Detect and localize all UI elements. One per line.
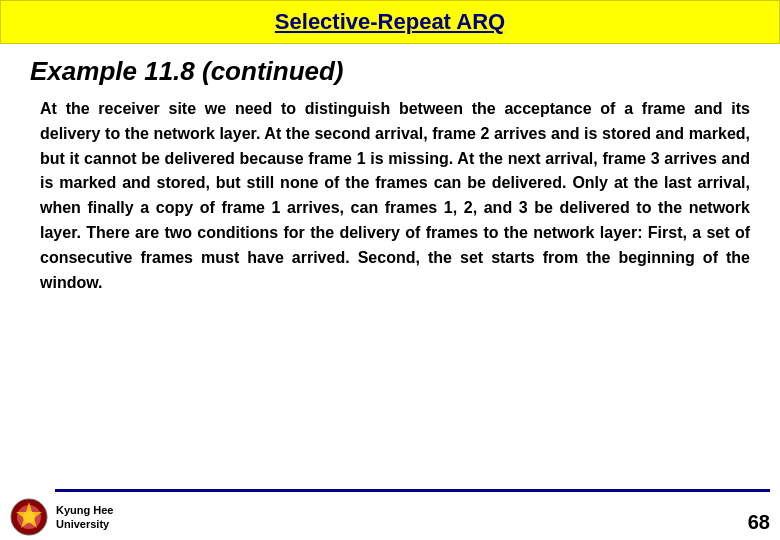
footer-line <box>55 489 770 492</box>
content-area: Example 11.8 (continued) At the receiver… <box>0 56 780 295</box>
slide-title: Selective-Repeat ARQ <box>275 9 505 34</box>
title-bar: Selective-Repeat ARQ <box>0 0 780 44</box>
page-number: 68 <box>748 511 770 536</box>
body-text: At the receiver site we need to distingu… <box>40 97 750 295</box>
footer: Kyung Hee University 68 <box>0 494 780 540</box>
university-name: Kyung Hee University <box>56 503 113 532</box>
footer-left: Kyung Hee University <box>10 498 113 536</box>
slide-container: Selective-Repeat ARQ Example 11.8 (conti… <box>0 0 780 540</box>
example-heading: Example 11.8 (continued) <box>30 56 750 87</box>
university-logo-icon <box>10 498 48 536</box>
